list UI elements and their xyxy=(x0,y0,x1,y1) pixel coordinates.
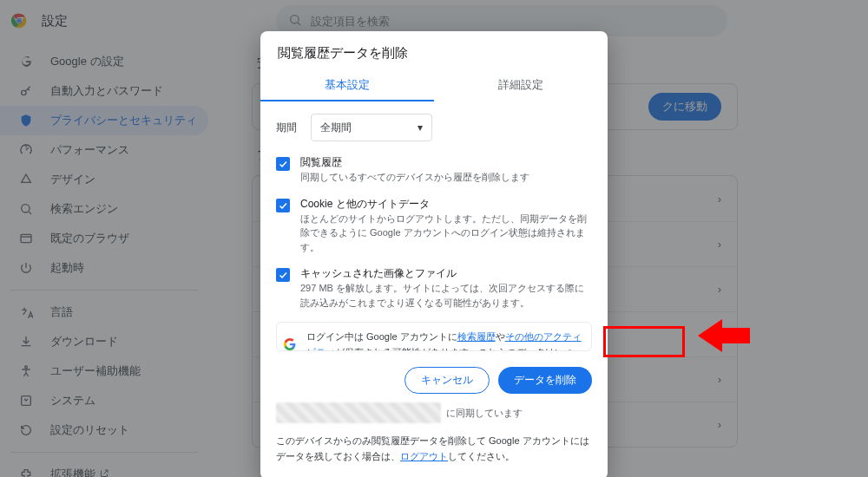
time-range-label: 期間 xyxy=(276,121,311,135)
clear-browsing-data-dialog: 閲覧履歴データを削除 基本設定 詳細設定 期間 全期間 ▾ 閲覧履歴 同期してい… xyxy=(260,31,608,477)
option-title: 閲覧履歴 xyxy=(300,155,529,170)
cancel-button[interactable]: キャンセル xyxy=(404,367,490,394)
info-text-mid: や xyxy=(496,331,505,342)
chevron-down-icon: ▾ xyxy=(418,121,423,134)
tab-advanced[interactable]: 詳細設定 xyxy=(434,70,608,101)
info-text-pre: ログイン中は Google アカウントに xyxy=(306,331,457,342)
option-browsing-history[interactable]: 閲覧履歴 同期しているすべてのデバイスから履歴を削除します xyxy=(276,155,592,185)
option-title: Cookie と他のサイトデータ xyxy=(300,197,592,212)
tab-basic[interactable]: 基本設定 xyxy=(260,70,434,101)
option-cache[interactable]: キャッシュされた画像とファイル 297 MB を解放します。サイトによっては、次… xyxy=(276,266,592,310)
google-g-icon xyxy=(284,338,298,351)
option-desc: 同期しているすべてのデバイスから履歴を削除します xyxy=(300,170,529,185)
option-desc: 297 MB を解放します。サイトによっては、次回アクセスする際に読み込みがこれ… xyxy=(300,281,592,310)
link-search-history[interactable]: 検索履歴 xyxy=(457,331,496,342)
account-info-box: ログイン中は Google アカウントに検索履歴やその他のアクティビティが保存さ… xyxy=(276,322,592,351)
time-range-select[interactable]: 全期間 ▾ xyxy=(311,114,432,141)
link-logout[interactable]: ログアウト xyxy=(400,451,448,461)
info-text-post: が保存される可能性があります。これらのデータはいつでも削除できま xyxy=(306,347,574,351)
redacted-account-icon xyxy=(276,402,441,423)
dialog-tabs: 基本設定 詳細設定 xyxy=(260,70,608,101)
checkbox-checked-icon[interactable] xyxy=(276,268,290,282)
checkbox-checked-icon[interactable] xyxy=(276,199,290,212)
dialog-title: 閲覧履歴データを削除 xyxy=(260,45,608,70)
dialog-footnote: このデバイスからのみ閲覧履歴データを削除して Google アカウントにはデータ… xyxy=(260,423,608,464)
option-desc: ほとんどのサイトからログアウトします。ただし、同期データを削除できるように Go… xyxy=(300,212,592,255)
sync-tail-text: に同期しています xyxy=(446,407,523,420)
sync-account-row: に同期しています xyxy=(260,394,608,423)
checkbox-checked-icon[interactable] xyxy=(276,157,290,171)
time-range-value: 全期間 xyxy=(320,121,352,135)
option-cookies[interactable]: Cookie と他のサイトデータ ほとんどのサイトからログアウトします。ただし、… xyxy=(276,197,592,255)
option-title: キャッシュされた画像とファイル xyxy=(300,266,592,281)
clear-data-button[interactable]: データを削除 xyxy=(498,367,592,394)
